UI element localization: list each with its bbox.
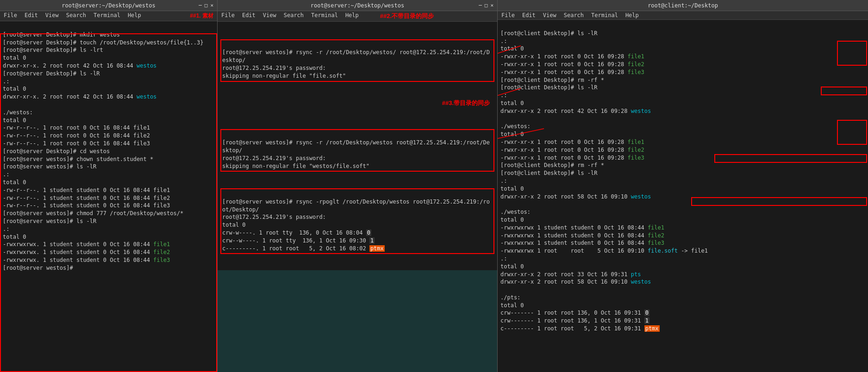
left-menu-bar: File Edit View Search Terminal Help ##1.… <box>0 11 217 21</box>
line-rsync-dir: [root@server westos]# rsync -r /root/Des… <box>222 139 490 146</box>
r-line-blank2 <box>500 201 504 207</box>
right-menu-search[interactable]: Search <box>564 12 584 19</box>
right-terminal-content[interactable]: [root@client Desktop]# ls -lR .: total 0… <box>498 20 868 342</box>
middle-menu-help[interactable]: Help <box>345 12 359 20</box>
middle-win-controls[interactable]: ─ □ ✕ <box>479 2 493 8</box>
left-title-bar: root@server:~/Desktop/westos ─ □ ✕ <box>0 0 217 11</box>
menu-edit[interactable]: Edit <box>25 12 38 20</box>
r-line-crwptmx: c--------- 1 root root 5, 2 Oct 16 09:31… <box>500 325 660 332</box>
close-button[interactable]: ✕ <box>210 2 213 8</box>
line-file2-r: -rw-r--r--. 1 root root 0 Oct 16 08:44 f… <box>3 132 150 139</box>
line-skipping-1: skipping non-regular file "file.soft" <box>222 73 346 79</box>
middle-menu-file[interactable]: File <box>221 12 235 20</box>
middle-menu-search[interactable]: Search <box>284 12 304 20</box>
r-line-file1-s: -rwxrwxrwx 1 student student 0 Oct 16 08… <box>500 224 664 231</box>
line-dot-1: .: <box>3 78 9 85</box>
line-file3-r: -rw-r--r--. 1 root root 0 Oct 16 08:44 f… <box>3 140 150 147</box>
middle-title-bar: root@server:~/Desktop/westos ─ □ ✕ <box>218 0 497 11</box>
line-file1-r: -rw-r--r--. 1 root root 0 Oct 16 08:44 f… <box>3 124 150 131</box>
r-line-lsR-2: [root@client Desktop]# ls -lR <box>500 84 598 91</box>
line-total0-3: total 0 <box>3 117 26 124</box>
r-line-westos-sub2: ./westos: <box>500 209 531 215</box>
r-line-ls-lR-3: [root@client Desktop]# ls -lR <box>500 170 598 176</box>
right-menu-help[interactable]: Help <box>625 12 639 19</box>
r-line-total0-2: total 0 <box>500 100 524 106</box>
middle-minimize[interactable]: ─ <box>479 2 482 8</box>
line-total0-2: total 0 <box>3 86 26 92</box>
r-line-lsR: [root@client Desktop]# ls -lR <box>500 30 598 37</box>
middle-menu-view[interactable]: View <box>263 12 276 20</box>
r-line-dot-4: .: <box>500 255 507 262</box>
middle-menu-bar: File Edit View Search Terminal Help ##2.… <box>218 11 497 22</box>
r-line-dot-2: .: <box>500 92 507 99</box>
r-line-total0-3: total 0 <box>500 131 524 137</box>
middle-close[interactable]: ✕ <box>490 2 493 8</box>
right-menu-edit[interactable]: Edit <box>522 12 536 19</box>
r-line-blank <box>500 116 504 122</box>
middle-menu-terminal[interactable]: Terminal <box>311 12 338 20</box>
line-file3-x: -rwxrwxrwx. 1 student student 0 Oct 16 0… <box>3 257 170 263</box>
r-line-total0-6: total 0 <box>500 263 524 270</box>
r-line-westos-dir2: drwxr-xr-x 2 root root 58 Oct 16 09:10 w… <box>500 279 651 285</box>
right-menu-view[interactable]: View <box>543 12 556 19</box>
middle-menu-edit[interactable]: Edit <box>242 12 256 20</box>
right-terminal: root@client:~/Desktop File Edit View Sea… <box>498 0 868 372</box>
middle-terminal: root@server:~/Desktop/westos ─ □ ✕ File … <box>218 0 498 372</box>
menu-search[interactable]: Search <box>66 12 86 20</box>
line-lsrt: [root@server Desktop]# ls -lrt <box>3 47 103 53</box>
maximize-button[interactable]: □ <box>205 2 208 8</box>
r-line-filesoft: -rwxrwxrwx 1 root root 5 Oct 16 09:10 fi… <box>500 248 708 254</box>
r-line-westos-d: drwxr-xr-x 2 root root 42 Oct 16 09:28 w… <box>500 108 651 114</box>
line-lsR-1: [root@server Desktop]# ls -lR <box>3 70 100 77</box>
line-drwxr-1: drwxr-xr-x. 2 root root 42 Oct 16 08:44 … <box>3 62 156 69</box>
window-controls[interactable]: ─ □ ✕ <box>199 2 213 8</box>
right-menu-file[interactable]: File <box>501 12 515 19</box>
middle-maximize[interactable]: □ <box>485 2 488 8</box>
r-line-total0-7: total 0 <box>500 302 524 309</box>
line-skipping-2: skipping non-regular file "westos/file.s… <box>222 163 369 169</box>
r-line-dot: .: <box>500 38 507 44</box>
line-westos-dir: ./westos: <box>3 109 33 116</box>
line-crw-1: crw--w----. 1 root tty 136, 1 Oct 16 09:… <box>222 237 375 244</box>
r-line-westos-sub: ./westos: <box>500 123 531 130</box>
line-file1-s: -rw-r--r--. 1 student student 0 Oct 16 0… <box>3 187 170 193</box>
line-rsync-rpoglt-cont: ot/Desktop/ <box>222 206 259 213</box>
line-cd: [root@server Desktop]# cd westos <box>3 148 110 155</box>
left-terminal: root@server:~/Desktop/westos ─ □ ✕ File … <box>0 0 218 372</box>
r-line-rm1: [root@client Desktop]# rm -rf * <box>500 77 604 83</box>
line-chmod: [root@server westos]# chmod 777 /root/De… <box>3 210 183 217</box>
right-menu-bar: File Edit View Search Terminal Help <box>498 11 868 20</box>
r-line-file3-1: -rwxr-xr-x 1 root root 0 Oct 16 09:28 fi… <box>500 69 644 75</box>
line-rsync-nodir-cont: esktop/ <box>222 57 246 63</box>
menu-terminal[interactable]: Terminal <box>94 12 120 20</box>
line-blank-1 <box>3 101 6 108</box>
line-file1-x: -rwxrwxrwx. 1 student student 0 Oct 16 0… <box>3 241 170 248</box>
right-title: root@client:~/Desktop <box>648 2 718 9</box>
line-file2-x: -rwxrwxrwx. 1 student student 0 Oct 16 0… <box>3 249 170 255</box>
line-password-2: root@172.25.254.219's password: <box>222 155 326 161</box>
minimize-button[interactable]: ─ <box>199 2 202 8</box>
r-line-pts-sub: ./pts: <box>500 294 520 301</box>
r-line-blank3 <box>500 286 504 293</box>
middle-title: root@server:~/Desktop/westos <box>311 2 404 9</box>
right-menu-terminal[interactable]: Terminal <box>591 12 618 19</box>
r-line-total0: total 0 <box>500 45 524 52</box>
line-file2-s: -rw-r--r--. 1 student student 0 Oct 16 0… <box>3 195 170 201</box>
annotation-with-dir-label: ##3.带目录的同步 <box>442 99 490 107</box>
line-crw-0: crw-w----. 1 root tty 136, 0 Oct 16 08:0… <box>222 229 371 236</box>
line-total0-1: total 0 <box>3 55 26 61</box>
left-terminal-content[interactable]: [root@server Desktop]# mkdir westos [roo… <box>0 21 217 281</box>
line-password-3: root@172.25.254.219's password: <box>222 214 326 220</box>
line-rsync-rpoglt: [root@server westos]# rsync -rpoglt /roo… <box>222 198 490 205</box>
menu-view[interactable]: View <box>45 12 59 20</box>
line-mkdir: [root@server Desktop]# mkdir westos <box>3 31 120 38</box>
menu-file[interactable]: File <box>4 12 17 20</box>
right-title-bar: root@client:~/Desktop <box>498 0 868 11</box>
annotation-material: ##1. 素材 <box>190 12 213 20</box>
annotation-with-dir-container: ##3.带目录的同步 <box>220 98 494 114</box>
r-line-file2-2: -rwxr-xr-x 1 root root 0 Oct 16 09:28 fi… <box>500 147 644 153</box>
r-line-rm2: [root@client Desktop]# rm -rf * <box>500 162 604 168</box>
menu-help[interactable]: Help <box>128 12 141 20</box>
line-lsR-3: [root@server westos]# ls -lR <box>3 218 96 224</box>
box-no-dir: [root@server westos]# rsync -r /root/Des… <box>220 39 494 82</box>
